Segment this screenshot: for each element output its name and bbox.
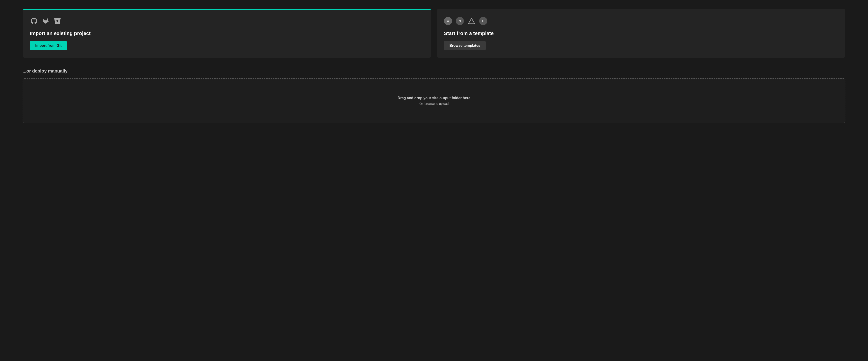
browse-templates-button[interactable]: Browse templates	[444, 41, 486, 51]
drop-zone-sub-text: Or, browse to upload	[419, 102, 448, 105]
template-icons: A N H	[444, 17, 838, 25]
drop-zone-main-text: Drag and drop your site output folder he…	[398, 96, 470, 100]
github-icon	[30, 17, 38, 25]
gitlab-icon	[41, 17, 50, 25]
top-cards-section: Import an existing project Import from G…	[23, 9, 845, 58]
nextjs-icon	[467, 17, 475, 25]
browse-to-upload-link[interactable]: browse to upload	[425, 102, 449, 105]
svg-marker-0	[468, 18, 475, 24]
import-from-git-button[interactable]: Import from Git	[30, 41, 67, 51]
h-framework-icon: H	[479, 17, 487, 25]
deploy-section-title: ...or deploy manually	[23, 68, 845, 74]
import-icons	[30, 17, 424, 25]
bitbucket-icon	[53, 17, 61, 25]
nuxt-icon: N	[456, 17, 464, 25]
drop-zone[interactable]: Drag and drop your site output folder he…	[23, 78, 845, 123]
import-card: Import an existing project Import from G…	[23, 9, 431, 58]
drop-zone-subtext-prefix: Or,	[419, 102, 425, 105]
template-card: A N H Start from a template Browse templ…	[437, 9, 845, 58]
angular-icon: A	[444, 17, 452, 25]
import-card-title: Import an existing project	[30, 31, 424, 36]
template-card-title: Start from a template	[444, 31, 838, 36]
deploy-section: ...or deploy manually Drag and drop your…	[23, 68, 845, 123]
